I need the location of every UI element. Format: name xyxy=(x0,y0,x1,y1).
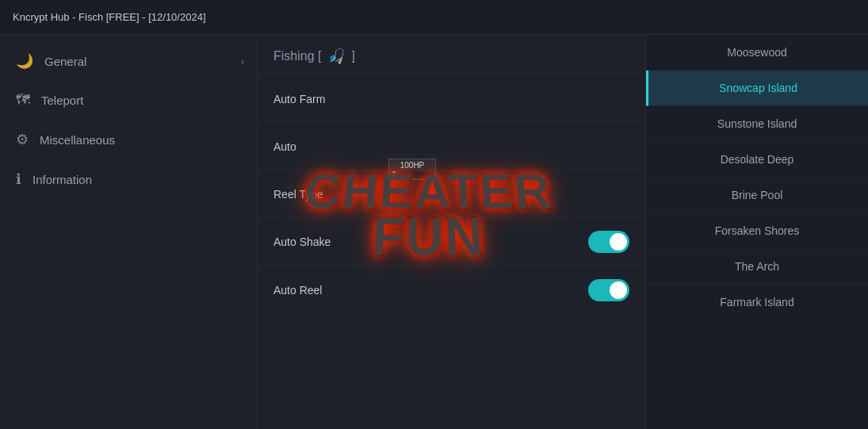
sidebar: 🌙 General › 🗺 Teleport ⚙ Miscellaneous ℹ… xyxy=(0,35,258,429)
hp-bar-container: 100HP xyxy=(388,159,436,180)
location-moosewood[interactable]: Moosewood xyxy=(646,35,868,71)
location-forsaken-shores[interactable]: Forsaken Shores xyxy=(646,213,868,249)
hp-bar-overlay: 100HP xyxy=(388,159,436,180)
hp-bar-fill xyxy=(392,171,396,178)
location-desolate-deep[interactable]: Desolate Deep xyxy=(646,142,868,178)
location-sunstone-island[interactable]: Sunstone Island xyxy=(646,106,868,142)
main-content: Fishing [ 🎣 ] Auto Farm Auto Reel Type A… xyxy=(258,35,646,429)
auto-farm-label: Auto Farm xyxy=(273,93,325,105)
hp-bar-track xyxy=(392,171,434,178)
auto-reel-label: Auto Reel xyxy=(273,284,322,297)
location-the-arch[interactable]: The Arch xyxy=(646,249,868,285)
feature-row-auto: Auto xyxy=(258,122,645,170)
sidebar-item-information[interactable]: ℹ Information xyxy=(0,159,257,199)
sidebar-item-label-general: General xyxy=(44,55,86,68)
reel-type-label: Reel Type xyxy=(273,188,323,201)
feature-row-auto-farm: Auto Farm xyxy=(258,75,645,122)
location-brine-pool[interactable]: Brine Pool xyxy=(646,178,868,213)
fishing-icon: 🎣 xyxy=(327,48,345,65)
feature-row-auto-shake: Auto Shake xyxy=(258,217,645,266)
auto-shake-toggle[interactable] xyxy=(588,231,629,253)
sidebar-item-miscellaneous[interactable]: ⚙ Miscellaneous xyxy=(0,120,257,159)
auto-label: Auto xyxy=(273,140,296,153)
settings-icon: ⚙ xyxy=(16,131,29,148)
fishing-section-title: Fishing [ 🎣 ] xyxy=(258,35,645,75)
feature-row-auto-reel: Auto Reel xyxy=(258,266,645,314)
fishing-label: Fishing [ xyxy=(273,49,321,63)
sidebar-item-label-miscellaneous: Miscellaneous xyxy=(40,133,115,147)
app-title: Kncrypt Hub - Fisch [FREE] - [12/10/2024… xyxy=(13,11,206,23)
feature-row-reel-type: Reel Type xyxy=(258,170,645,217)
sidebar-item-label-teleport: Teleport xyxy=(41,94,83,107)
chevron-right-icon: › xyxy=(241,56,244,67)
map-icon: 🗺 xyxy=(16,92,30,109)
location-snowcap-island[interactable]: Snowcap Island xyxy=(646,71,868,106)
auto-shake-label: Auto Shake xyxy=(273,236,331,248)
location-farmark-island[interactable]: Farmark Island xyxy=(646,285,868,320)
sidebar-item-label-information: Information xyxy=(33,173,92,186)
auto-reel-toggle[interactable] xyxy=(588,279,629,301)
fishing-label-end: ] xyxy=(351,49,354,63)
moon-icon: 🌙 xyxy=(16,52,33,70)
sidebar-item-general[interactable]: 🌙 General › xyxy=(0,41,257,81)
right-panel: Moosewood Snowcap Island Sunstone Island… xyxy=(646,35,868,429)
info-icon: ℹ xyxy=(16,170,21,188)
top-bar: Kncrypt Hub - Fisch [FREE] - [12/10/2024… xyxy=(0,0,868,35)
hp-bar-label: 100HP xyxy=(400,161,425,170)
sidebar-item-teleport[interactable]: 🗺 Teleport xyxy=(0,81,257,120)
